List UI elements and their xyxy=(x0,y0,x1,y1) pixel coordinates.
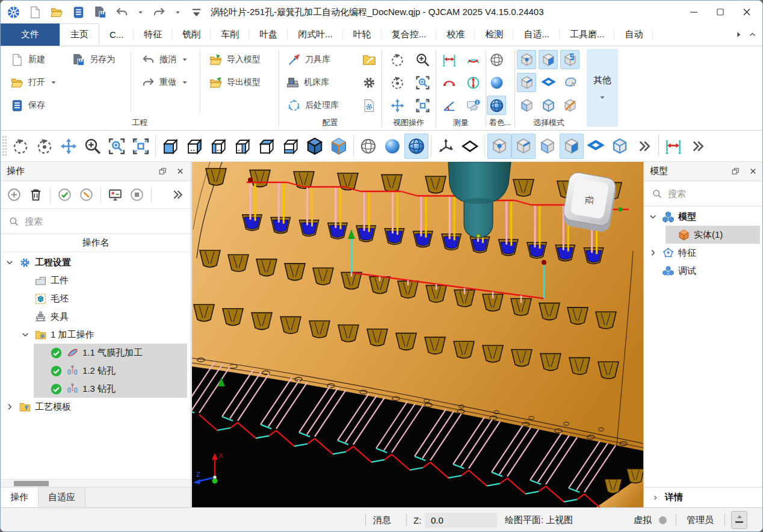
dropdown-icon[interactable] xyxy=(181,55,189,64)
viewcube-right-icon[interactable] xyxy=(230,134,255,159)
viewcube-bottom-icon[interactable] xyxy=(279,134,303,159)
rotate-point-icon[interactable] xyxy=(388,73,407,92)
measure-arc-icon[interactable] xyxy=(463,50,483,69)
tab-7[interactable]: 叶轮 xyxy=(343,23,382,46)
machine-library-button[interactable]: 机床库 xyxy=(286,74,329,91)
user-label[interactable]: 管理员 xyxy=(687,508,714,532)
bottom-tab-1[interactable]: 自适应 xyxy=(39,487,85,507)
dropdown-icon[interactable] xyxy=(181,78,189,87)
redo-button[interactable]: 重做 xyxy=(141,74,189,91)
measure-curve-icon[interactable] xyxy=(439,73,459,92)
shaded-edges-icon[interactable] xyxy=(404,134,428,159)
float-icon[interactable] xyxy=(158,167,167,176)
bottom-tab-0[interactable]: 操作 xyxy=(1,487,39,507)
tab-9[interactable]: 校准 xyxy=(436,23,475,46)
viewcube-back-icon[interactable] xyxy=(182,134,206,159)
enable-icon[interactable] xyxy=(57,187,72,202)
select-solid-icon[interactable] xyxy=(539,50,558,69)
zoom-window-icon[interactable] xyxy=(413,73,432,92)
operation-item-0[interactable]: 工程设置 xyxy=(1,253,191,271)
customize-icon[interactable] xyxy=(190,5,203,19)
disable-icon[interactable] xyxy=(79,187,94,202)
close-button[interactable] xyxy=(734,1,760,23)
operation-item-5[interactable]: 1.1 气膜孔加工 xyxy=(1,344,191,362)
status-message[interactable]: 消息 xyxy=(373,508,391,532)
simulate-icon[interactable] xyxy=(108,187,123,202)
undo-icon[interactable] xyxy=(115,5,129,19)
add-icon[interactable] xyxy=(7,187,22,202)
minimize-button[interactable] xyxy=(681,1,707,23)
chevron-down-icon[interactable] xyxy=(4,257,15,268)
horizontal-scrollbar[interactable] xyxy=(1,479,191,487)
tab-file[interactable]: 文件 xyxy=(1,23,60,46)
new-button[interactable]: 新建 xyxy=(10,51,45,68)
overflow-icon[interactable] xyxy=(170,187,185,202)
model-item-0[interactable]: 模型 xyxy=(644,208,763,226)
virtual-label[interactable]: 虚拟 xyxy=(634,508,652,532)
save-button[interactable]: 保存 xyxy=(10,97,45,114)
chevron-right-icon[interactable] xyxy=(647,247,658,258)
select-edge-icon[interactable] xyxy=(517,73,536,92)
model-item-2[interactable]: 特征 xyxy=(644,244,763,262)
import-model-button[interactable]: 导入模型 xyxy=(209,51,261,68)
undo-button[interactable]: 撤消 xyxy=(141,51,189,68)
tab-overflow-icon[interactable] xyxy=(734,29,744,40)
tab-5[interactable]: 叶盘 xyxy=(249,23,288,46)
select-facet-icon[interactable] xyxy=(536,134,560,159)
rotate-point-icon[interactable] xyxy=(32,134,57,159)
tab-4[interactable]: 车削 xyxy=(211,23,249,46)
open-folder-icon[interactable] xyxy=(50,5,64,19)
zoom-icon[interactable] xyxy=(81,134,105,159)
select-cut-icon[interactable] xyxy=(560,96,579,115)
tab-1[interactable]: C... xyxy=(99,23,134,46)
operation-item-6[interactable]: 1.2 钻孔 xyxy=(1,362,191,380)
select-shell-icon[interactable] xyxy=(560,73,579,92)
collapse-ribbon-icon[interactable] xyxy=(747,29,758,40)
zoom-icon[interactable] xyxy=(413,50,432,69)
redo-icon[interactable] xyxy=(152,5,166,19)
dropdown-icon[interactable] xyxy=(137,8,144,16)
select-body-icon[interactable] xyxy=(539,96,558,115)
rotate-view-icon[interactable] xyxy=(388,50,407,69)
zoom-fit-icon[interactable] xyxy=(129,134,153,159)
measure-diameter-icon[interactable] xyxy=(463,73,483,92)
select-body-icon[interactable] xyxy=(608,134,632,159)
dropdown-icon[interactable] xyxy=(174,8,182,16)
shaded-icon[interactable] xyxy=(487,73,506,92)
plane-icon[interactable] xyxy=(458,134,482,159)
select-solid-icon[interactable] xyxy=(560,134,584,159)
operation-item-4[interactable]: 1 加工操作 xyxy=(1,326,191,344)
operations-search-input[interactable] xyxy=(25,216,183,226)
viewcube-left-icon[interactable] xyxy=(206,134,230,159)
scrollbar-thumb[interactable] xyxy=(14,481,49,486)
details-section[interactable]: 详情 xyxy=(644,487,763,507)
tab-11[interactable]: 自适... xyxy=(513,23,560,46)
new-file-icon[interactable] xyxy=(28,5,42,19)
tab-13[interactable]: 自动 xyxy=(614,23,653,46)
float-icon[interactable] xyxy=(731,167,740,176)
select-loop-icon[interactable] xyxy=(539,73,558,92)
model-item-3[interactable]: 调试 xyxy=(644,262,763,280)
select-feature-icon[interactable] xyxy=(560,50,579,69)
delete-icon[interactable] xyxy=(28,187,43,202)
wireframe-icon[interactable] xyxy=(487,50,506,69)
select-vertex-icon[interactable] xyxy=(517,50,536,69)
shaded-edges-icon[interactable] xyxy=(487,96,506,115)
open-button[interactable]: 打开 xyxy=(10,74,58,91)
operation-item-8[interactable]: 工艺模板 xyxy=(1,398,191,416)
rotate-view-icon[interactable] xyxy=(8,134,32,159)
select-facet-icon[interactable] xyxy=(517,96,536,115)
pan-icon[interactable] xyxy=(388,96,407,115)
tool-library-button[interactable]: 刀具库 xyxy=(287,51,330,68)
zoom-fit-icon[interactable] xyxy=(413,96,432,115)
chevron-right-icon[interactable] xyxy=(4,401,15,412)
wireframe-icon[interactable] xyxy=(356,134,380,159)
tab-12[interactable]: 工具磨... xyxy=(560,23,615,46)
viewcube-top-icon[interactable] xyxy=(255,134,279,159)
tab-6[interactable]: 闭式叶... xyxy=(288,23,343,46)
tab-3[interactable]: 铣削 xyxy=(172,23,211,46)
toolbar-drag-handle[interactable] xyxy=(2,135,7,157)
export-model-button[interactable]: 导出模型 xyxy=(209,74,261,91)
select-loop-icon[interactable] xyxy=(584,134,608,159)
model-search-input[interactable] xyxy=(668,188,763,199)
